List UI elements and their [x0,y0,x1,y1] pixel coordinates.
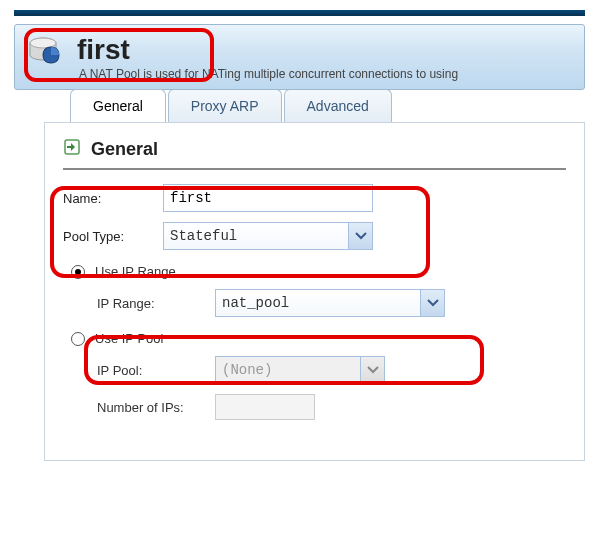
use-ip-range-label: Use IP Range [95,264,176,279]
use-ip-pool-label: Use IP Pool [95,331,163,346]
chevron-down-icon [360,357,384,383]
ip-pool-select: (None) [215,356,385,384]
radio-icon [71,332,85,346]
ip-range-label: IP Range: [97,296,215,311]
page-description: A NAT Pool is used for NATing multiple c… [79,67,572,81]
page-header: first A NAT Pool is used for NATing mult… [14,24,585,90]
ip-pool-value: (None) [222,362,272,378]
top-accent-bar [14,10,585,16]
tab-proxy-arp[interactable]: Proxy ARP [168,89,282,122]
tab-bar: General Proxy ARP Advanced [70,89,585,122]
tab-advanced[interactable]: Advanced [284,89,392,122]
tab-content-general: General Name: Pool Type: Stateful Use IP… [44,122,585,461]
name-label: Name: [63,191,163,206]
nat-pool-icon [27,33,67,69]
ip-pool-label: IP Pool: [97,363,215,378]
number-of-ips-input [215,394,315,420]
name-input[interactable] [163,184,373,212]
pool-type-select[interactable]: Stateful [163,222,373,250]
section-heading-text: General [91,139,158,160]
section-icon [63,137,83,162]
svg-point-1 [30,38,56,48]
section-divider [63,168,566,170]
use-ip-range-radio-row[interactable]: Use IP Range [71,264,566,279]
ip-range-value: nat_pool [222,295,289,311]
number-of-ips-label: Number of IPs: [97,400,215,415]
chevron-down-icon [348,223,372,249]
page-title: first [77,34,130,66]
section-heading: General [63,137,566,162]
pool-type-label: Pool Type: [63,229,163,244]
tab-general[interactable]: General [70,89,166,122]
radio-icon [71,265,85,279]
chevron-down-icon [420,290,444,316]
use-ip-pool-radio-row[interactable]: Use IP Pool [71,331,566,346]
pool-type-value: Stateful [170,228,237,244]
ip-range-select[interactable]: nat_pool [215,289,445,317]
